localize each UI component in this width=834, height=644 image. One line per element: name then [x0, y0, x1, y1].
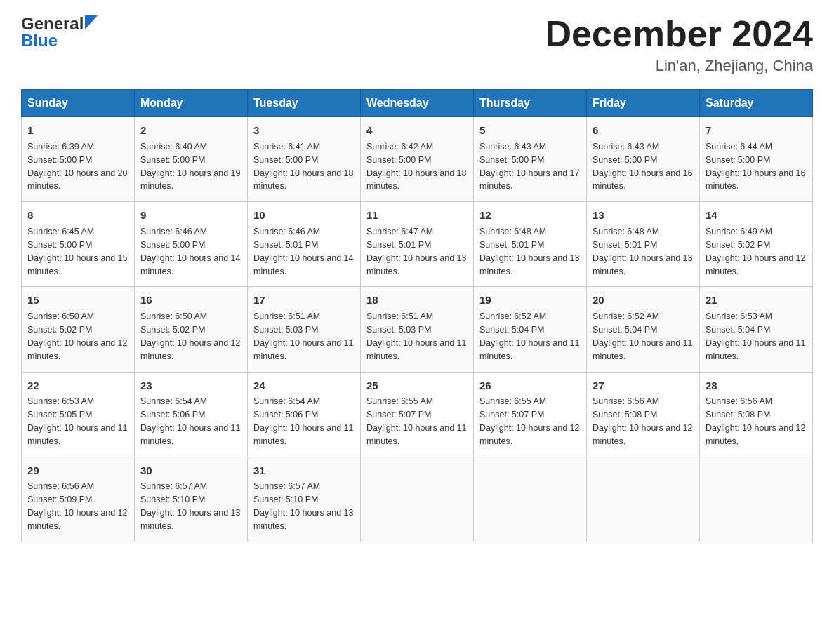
day-info: Sunrise: 6:53 AMSunset: 5:04 PMDaylight:…	[706, 311, 805, 361]
day-of-week-header: Thursday	[474, 90, 587, 117]
calendar-cell: 17Sunrise: 6:51 AMSunset: 5:03 PMDayligh…	[248, 287, 361, 372]
day-of-week-header: Monday	[135, 90, 248, 117]
calendar-cell: 24Sunrise: 6:54 AMSunset: 5:06 PMDayligh…	[248, 372, 361, 457]
day-info: Sunrise: 6:53 AMSunset: 5:05 PMDaylight:…	[27, 396, 127, 446]
calendar-header: SundayMondayTuesdayWednesdayThursdayFrid…	[22, 90, 813, 117]
day-info: Sunrise: 6:43 AMSunset: 5:00 PMDaylight:…	[479, 142, 579, 192]
calendar-cell: 28Sunrise: 6:56 AMSunset: 5:08 PMDayligh…	[700, 372, 813, 457]
calendar-cell: 22Sunrise: 6:53 AMSunset: 5:05 PMDayligh…	[22, 372, 135, 457]
title-area: December 2024 Lin'an, Zhejiang, China	[545, 14, 813, 75]
day-number: 29	[27, 463, 128, 478]
day-number: 5	[479, 123, 581, 138]
day-number: 25	[366, 378, 468, 394]
calendar-cell: 10Sunrise: 6:46 AMSunset: 5:01 PMDayligh…	[248, 202, 361, 287]
day-number: 30	[140, 463, 241, 478]
day-number: 1	[27, 123, 128, 138]
day-info: Sunrise: 6:54 AMSunset: 5:06 PMDaylight:…	[253, 396, 353, 446]
calendar-cell: 20Sunrise: 6:52 AMSunset: 5:04 PMDayligh…	[587, 287, 700, 372]
day-number: 26	[479, 378, 581, 394]
day-info: Sunrise: 6:50 AMSunset: 5:02 PMDaylight:…	[140, 311, 240, 361]
calendar-week-row: 22Sunrise: 6:53 AMSunset: 5:05 PMDayligh…	[22, 372, 813, 457]
day-number: 22	[27, 378, 128, 394]
calendar-week-row: 29Sunrise: 6:56 AMSunset: 5:09 PMDayligh…	[22, 457, 813, 542]
header-row: SundayMondayTuesdayWednesdayThursdayFrid…	[22, 90, 813, 117]
day-info: Sunrise: 6:47 AMSunset: 5:01 PMDaylight:…	[366, 227, 466, 276]
day-info: Sunrise: 6:48 AMSunset: 5:01 PMDaylight:…	[593, 227, 692, 276]
day-info: Sunrise: 6:54 AMSunset: 5:06 PMDaylight:…	[140, 396, 240, 446]
day-number: 4	[366, 123, 468, 138]
day-number: 24	[253, 378, 355, 394]
day-info: Sunrise: 6:52 AMSunset: 5:04 PMDaylight:…	[593, 311, 692, 361]
calendar-cell: 16Sunrise: 6:50 AMSunset: 5:02 PMDayligh…	[135, 287, 248, 372]
day-of-week-header: Tuesday	[248, 90, 361, 117]
calendar-cell: 5Sunrise: 6:43 AMSunset: 5:00 PMDaylight…	[474, 117, 587, 202]
calendar-cell: 1Sunrise: 6:39 AMSunset: 5:00 PMDaylight…	[22, 117, 135, 202]
calendar-cell: 9Sunrise: 6:46 AMSunset: 5:00 PMDaylight…	[135, 202, 248, 287]
calendar-cell: 6Sunrise: 6:43 AMSunset: 5:00 PMDaylight…	[587, 117, 700, 202]
calendar-cell: 12Sunrise: 6:48 AMSunset: 5:01 PMDayligh…	[474, 202, 587, 287]
day-info: Sunrise: 6:46 AMSunset: 5:00 PMDaylight:…	[140, 227, 240, 276]
calendar-cell: 30Sunrise: 6:57 AMSunset: 5:10 PMDayligh…	[135, 457, 248, 542]
calendar-cell	[474, 457, 587, 542]
calendar-cell: 2Sunrise: 6:40 AMSunset: 5:00 PMDaylight…	[135, 117, 248, 202]
calendar-cell: 11Sunrise: 6:47 AMSunset: 5:01 PMDayligh…	[361, 202, 474, 287]
day-info: Sunrise: 6:57 AMSunset: 5:10 PMDaylight:…	[140, 481, 240, 531]
day-info: Sunrise: 6:46 AMSunset: 5:01 PMDaylight:…	[253, 227, 353, 276]
svg-marker-0	[85, 15, 98, 29]
calendar-cell: 13Sunrise: 6:48 AMSunset: 5:01 PMDayligh…	[587, 202, 700, 287]
day-number: 3	[253, 123, 355, 138]
day-number: 19	[479, 293, 581, 308]
day-number: 21	[706, 293, 807, 308]
day-of-week-header: Friday	[587, 90, 700, 117]
day-number: 10	[253, 208, 355, 223]
day-info: Sunrise: 6:40 AMSunset: 5:00 PMDaylight:…	[140, 142, 240, 192]
day-number: 8	[27, 208, 128, 223]
calendar-table: SundayMondayTuesdayWednesdayThursdayFrid…	[21, 89, 813, 542]
day-number: 18	[366, 293, 468, 308]
day-info: Sunrise: 6:41 AMSunset: 5:00 PMDaylight:…	[253, 142, 353, 192]
day-info: Sunrise: 6:55 AMSunset: 5:07 PMDaylight:…	[479, 396, 579, 446]
calendar-body: 1Sunrise: 6:39 AMSunset: 5:00 PMDaylight…	[22, 117, 813, 542]
calendar-cell: 7Sunrise: 6:44 AMSunset: 5:00 PMDaylight…	[700, 117, 813, 202]
day-info: Sunrise: 6:51 AMSunset: 5:03 PMDaylight:…	[366, 311, 466, 361]
day-info: Sunrise: 6:57 AMSunset: 5:10 PMDaylight:…	[253, 481, 353, 531]
day-info: Sunrise: 6:51 AMSunset: 5:03 PMDaylight:…	[253, 311, 353, 361]
calendar-cell: 29Sunrise: 6:56 AMSunset: 5:09 PMDayligh…	[22, 457, 135, 542]
calendar-cell: 8Sunrise: 6:45 AMSunset: 5:00 PMDaylight…	[22, 202, 135, 287]
day-info: Sunrise: 6:56 AMSunset: 5:08 PMDaylight:…	[593, 396, 692, 446]
day-number: 14	[706, 208, 807, 223]
calendar-week-row: 8Sunrise: 6:45 AMSunset: 5:00 PMDaylight…	[22, 202, 813, 287]
day-number: 16	[140, 293, 241, 308]
calendar-cell: 25Sunrise: 6:55 AMSunset: 5:07 PMDayligh…	[361, 372, 474, 457]
calendar-cell	[700, 457, 813, 542]
day-number: 15	[27, 293, 128, 308]
calendar-week-row: 15Sunrise: 6:50 AMSunset: 5:02 PMDayligh…	[22, 287, 813, 372]
day-info: Sunrise: 6:52 AMSunset: 5:04 PMDaylight:…	[479, 311, 579, 361]
day-number: 23	[140, 378, 241, 394]
calendar-cell: 23Sunrise: 6:54 AMSunset: 5:06 PMDayligh…	[135, 372, 248, 457]
calendar-cell: 4Sunrise: 6:42 AMSunset: 5:00 PMDaylight…	[361, 117, 474, 202]
day-info: Sunrise: 6:56 AMSunset: 5:09 PMDaylight:…	[27, 481, 127, 531]
day-number: 9	[140, 208, 241, 223]
day-number: 6	[593, 123, 694, 138]
page-header: General Blue December 2024 Lin'an, Zheji…	[21, 14, 813, 75]
day-info: Sunrise: 6:49 AMSunset: 5:02 PMDaylight:…	[706, 227, 805, 276]
calendar-cell: 26Sunrise: 6:55 AMSunset: 5:07 PMDayligh…	[474, 372, 587, 457]
day-info: Sunrise: 6:48 AMSunset: 5:01 PMDaylight:…	[479, 227, 579, 276]
calendar-cell	[361, 457, 474, 542]
calendar-week-row: 1Sunrise: 6:39 AMSunset: 5:00 PMDaylight…	[22, 117, 813, 202]
day-info: Sunrise: 6:39 AMSunset: 5:00 PMDaylight:…	[27, 142, 127, 192]
calendar-cell: 14Sunrise: 6:49 AMSunset: 5:02 PMDayligh…	[700, 202, 813, 287]
day-info: Sunrise: 6:50 AMSunset: 5:02 PMDaylight:…	[27, 311, 127, 361]
day-number: 27	[593, 378, 694, 394]
calendar-cell: 31Sunrise: 6:57 AMSunset: 5:10 PMDayligh…	[248, 457, 361, 542]
location-subtitle: Lin'an, Zhejiang, China	[545, 57, 813, 75]
calendar-cell: 15Sunrise: 6:50 AMSunset: 5:02 PMDayligh…	[22, 287, 135, 372]
day-number: 11	[366, 208, 468, 223]
logo-triangle-icon	[85, 15, 98, 29]
day-number: 20	[593, 293, 694, 308]
day-of-week-header: Sunday	[22, 90, 135, 117]
calendar-cell	[587, 457, 700, 542]
day-of-week-header: Wednesday	[361, 90, 474, 117]
day-number: 31	[253, 463, 355, 478]
